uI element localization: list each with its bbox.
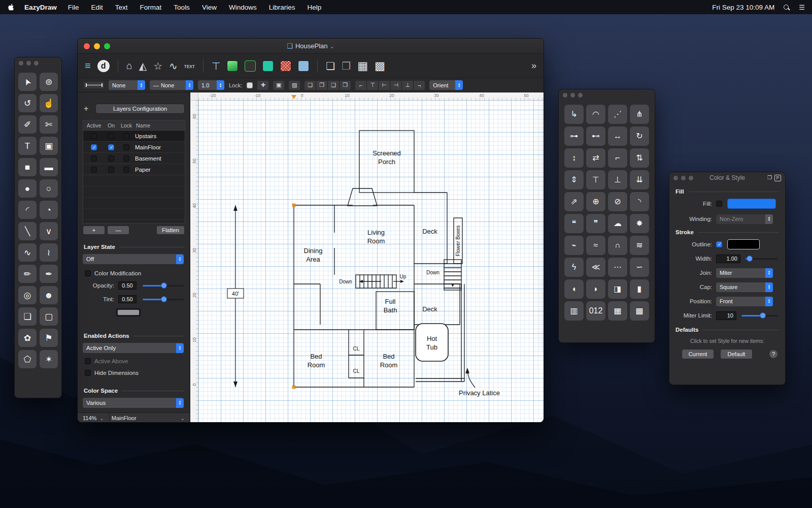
home-shapes-icon[interactable]: ⌂ [126,60,132,72]
center-frame-button[interactable]: ▣ [273,81,284,90]
column-header[interactable]: Active [83,122,105,129]
color-space-select[interactable]: Various ▲▼ [83,398,184,408]
width-field[interactable]: 1.00 [716,255,740,263]
dual-arrow-down-icon[interactable]: ⇊ [630,170,649,189]
stair-profile-icon[interactable]: ⌁ [564,236,584,255]
pencil-tool-icon[interactable]: ✏ [18,265,37,283]
dimension-tool-icon[interactable]: ⊤ [212,60,220,72]
waveform-icon[interactable]: ∿ [169,60,178,72]
texture-fill-swatch[interactable] [298,60,309,72]
outline-checkbox[interactable] [716,241,722,247]
orient-select[interactable]: Orient ▲▼ [429,80,463,90]
text-tool-icon[interactable]: T [18,137,37,155]
stroke-color-swatch[interactable] [727,239,760,249]
miter-limit-slider[interactable] [741,312,778,319]
layer-row-upstairs[interactable]: Upstairs [83,131,185,142]
origin-marker-icon[interactable] [291,95,296,99]
align-center-v-button[interactable]: ⊣ [390,81,401,90]
polyline-tool-icon[interactable]: ∨ [40,222,58,240]
speech-bubble-right-icon[interactable]: ❞ [586,214,605,233]
rotate-arrow-icon[interactable]: ↻ [630,126,649,146]
fill-checkbox[interactable] [716,201,722,207]
half-capsule-icon[interactable]: ◨ [608,279,627,299]
blob-tool-icon[interactable]: ✿ [18,329,37,347]
width-slider[interactable] [746,255,778,262]
rounded-bar-tool-icon[interactable]: ▬ [40,158,58,176]
landscape-icon[interactable]: ◭ [139,60,147,72]
color-modification-checkbox[interactable] [85,270,91,276]
add-layer-button[interactable]: + [83,226,105,235]
join-select[interactable]: Miter ▲▼ [716,268,773,278]
circle-tool-icon[interactable]: ● [18,179,37,198]
tint-slider[interactable] [143,296,184,303]
palette-titlebar[interactable] [15,57,61,69]
pacman-left-icon[interactable]: ◖ [564,279,584,299]
align-top-button[interactable]: ⊤ [367,81,378,90]
opacity-slider[interactable] [143,282,184,289]
active-checkbox[interactable] [91,144,97,150]
width-dimension-icon[interactable]: ⇄ [586,148,605,168]
rectangle-tool-icon[interactable]: ■ [18,158,37,176]
duplicate-icon[interactable]: ❐ [342,60,351,72]
arrow-style-select[interactable]: None ▲▼ [109,80,145,90]
dot-line-icon[interactable]: ⋰ [608,105,627,124]
text-box-tool-icon[interactable]: ▣ [40,137,58,155]
align-right-button[interactable]: ¬ [414,81,425,90]
layer-state-select[interactable]: Off ▲▼ [83,254,184,264]
knife-tool-icon[interactable]: ✐ [18,115,37,134]
window-title[interactable]: ❑HousePlan⌄ [78,42,544,50]
bring-forward-button[interactable]: ❐ [316,81,327,90]
lock-checkbox[interactable] [123,167,129,173]
align-center-h-button[interactable]: ⊢ [379,81,390,90]
menu-item[interactable]: Help [307,4,321,11]
apple-menu-icon[interactable] [7,3,15,11]
corner-shape-tool-icon[interactable]: ❏ [18,307,37,326]
segment-endpoints-icon[interactable]: ⊶ [564,126,584,146]
tint-field[interactable]: 0.50 [118,295,137,303]
hide-dimensions-checkbox[interactable] [85,370,91,376]
column-header[interactable]: Name [135,122,185,129]
opacity-field[interactable]: 0.50 [118,281,137,290]
active-floor-select[interactable]: MainFloor [112,415,137,421]
pacman-right-icon[interactable]: ◗ [586,279,605,299]
search-icon[interactable] [784,5,789,10]
align-left-button[interactable]: ⌐ [355,81,366,90]
flag-tool-icon[interactable]: ⚑ [40,329,58,347]
on-checkbox[interactable] [108,155,114,162]
app-menu-title[interactable]: EazyDraw [24,4,57,11]
wedge-tool-icon[interactable]: ◔ [40,201,58,219]
pen-mode-icon[interactable]: P [774,175,781,181]
palette-titlebar[interactable]: Color & Style ❐ P [669,172,785,183]
column-header[interactable]: On [105,122,118,129]
burst-callout-icon[interactable]: ✸ [630,214,649,233]
top-dimension-icon[interactable]: ⊤ [586,170,605,189]
double-hump-icon[interactable]: ≋ [630,236,649,255]
arc-tool-icon[interactable]: ◜ [18,201,37,219]
sine-curve-tool-icon[interactable]: ∿ [18,243,37,262]
group-select-tool-icon[interactable]: ⊚ [40,73,58,91]
toolbar-overflow-chevron[interactable]: » [531,60,536,71]
line-tool-icon[interactable]: ╲ [18,222,37,240]
menu-item[interactable]: Tools [174,4,190,11]
line-ends-preview[interactable] [84,82,104,88]
diameter-dimension-icon[interactable]: ⊘ [608,192,627,211]
zoom-level[interactable]: 114% [78,415,96,421]
remove-layer-button[interactable]: — [107,226,129,235]
solid-fill-swatch[interactable] [262,60,274,72]
snip-tool-icon[interactable]: ✄ [40,115,58,134]
window-titlebar[interactable]: ❑HousePlan⌄ [78,39,544,54]
tint-color-well[interactable] [116,308,141,316]
dot-grid-icon[interactable]: ▩ [375,59,385,73]
elbow-connector-icon[interactable]: ↳ [564,105,584,124]
menu-item[interactable]: File [68,4,79,11]
double-arrow-icon[interactable]: ↔ [608,126,627,146]
on-checkbox[interactable] [108,167,114,173]
chevron-double-icon[interactable]: ≪ [586,258,605,277]
current-button[interactable]: Current [682,349,714,359]
active-checkbox[interactable] [91,167,97,173]
line-width-stepper[interactable]: 1.0 ▲▼ [198,80,224,90]
silhouette-tool-icon[interactable]: ☻ [40,286,58,304]
send-back-button[interactable]: ❒ [340,81,351,90]
add-layer-icon[interactable]: + [84,104,88,113]
dotted-path-icon[interactable]: ⋯ [608,258,627,277]
